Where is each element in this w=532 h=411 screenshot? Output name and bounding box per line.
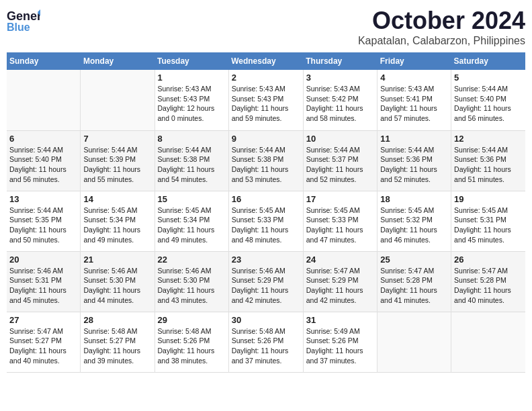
day-number: 28 [83, 315, 151, 325]
svg-text:General: General [7, 9, 40, 23]
day-number: 19 [454, 194, 523, 204]
day-number: 17 [306, 194, 374, 204]
day-number: 4 [380, 73, 448, 83]
calendar-cell [7, 70, 81, 130]
calendar-cell: 23Sunrise: 5:46 AM Sunset: 5:29 PM Dayli… [228, 251, 303, 312]
calendar-cell: 12Sunrise: 5:44 AM Sunset: 5:36 PM Dayli… [451, 130, 525, 191]
day-info: Sunrise: 5:48 AM Sunset: 5:26 PM Dayligh… [232, 326, 300, 366]
day-header-monday: Monday [81, 52, 154, 70]
calendar-cell: 7Sunrise: 5:44 AM Sunset: 5:39 PM Daylig… [81, 130, 154, 191]
day-number: 15 [158, 194, 226, 204]
calendar-cell: 28Sunrise: 5:48 AM Sunset: 5:27 PM Dayli… [81, 312, 154, 372]
logo-icon: General Blue [7, 7, 40, 35]
day-number: 5 [454, 73, 523, 83]
calendar-cell: 6Sunrise: 5:44 AM Sunset: 5:40 PM Daylig… [7, 130, 81, 191]
calendar-cell: 5Sunrise: 5:44 AM Sunset: 5:40 PM Daylig… [451, 70, 525, 130]
days-header-row: SundayMondayTuesdayWednesdayThursdayFrid… [7, 52, 525, 70]
day-number: 3 [306, 73, 374, 83]
day-number: 21 [83, 255, 151, 265]
day-number: 25 [380, 255, 448, 265]
day-info: Sunrise: 5:48 AM Sunset: 5:26 PM Dayligh… [158, 326, 226, 366]
calendar-cell: 31Sunrise: 5:49 AM Sunset: 5:26 PM Dayli… [303, 312, 377, 372]
day-info: Sunrise: 5:44 AM Sunset: 5:39 PM Dayligh… [83, 145, 151, 185]
day-info: Sunrise: 5:47 AM Sunset: 5:28 PM Dayligh… [380, 266, 448, 306]
title-area: October 2024 Kapatalan, Calabarzon, Phil… [358, 7, 525, 47]
header: General Blue October 2024 Kapatalan, Cal… [7, 7, 525, 47]
calendar-cell: 18Sunrise: 5:45 AM Sunset: 5:32 PM Dayli… [378, 191, 451, 251]
calendar-cell: 20Sunrise: 5:46 AM Sunset: 5:31 PM Dayli… [7, 251, 81, 312]
location-title: Kapatalan, Calabarzon, Philippines [358, 35, 525, 47]
day-info: Sunrise: 5:44 AM Sunset: 5:38 PM Dayligh… [158, 145, 226, 185]
day-number: 2 [232, 73, 300, 83]
day-info: Sunrise: 5:49 AM Sunset: 5:26 PM Dayligh… [306, 326, 374, 366]
calendar-cell: 15Sunrise: 5:45 AM Sunset: 5:34 PM Dayli… [154, 191, 228, 251]
day-info: Sunrise: 5:44 AM Sunset: 5:37 PM Dayligh… [306, 145, 374, 185]
day-number: 23 [232, 255, 300, 265]
calendar-cell: 30Sunrise: 5:48 AM Sunset: 5:26 PM Dayli… [228, 312, 303, 372]
week-row-4: 20Sunrise: 5:46 AM Sunset: 5:31 PM Dayli… [7, 251, 525, 312]
calendar-cell [378, 312, 451, 372]
calendar-cell: 10Sunrise: 5:44 AM Sunset: 5:37 PM Dayli… [303, 130, 377, 191]
day-info: Sunrise: 5:45 AM Sunset: 5:34 PM Dayligh… [83, 205, 151, 245]
logo: General Blue [7, 7, 42, 35]
day-header-saturday: Saturday [451, 52, 525, 70]
day-number: 11 [380, 134, 448, 144]
day-number: 7 [83, 134, 151, 144]
calendar-cell: 17Sunrise: 5:45 AM Sunset: 5:33 PM Dayli… [303, 191, 377, 251]
calendar-cell: 19Sunrise: 5:45 AM Sunset: 5:31 PM Dayli… [451, 191, 525, 251]
calendar-cell: 25Sunrise: 5:47 AM Sunset: 5:28 PM Dayli… [378, 251, 451, 312]
day-info: Sunrise: 5:43 AM Sunset: 5:43 PM Dayligh… [232, 84, 300, 124]
week-row-5: 27Sunrise: 5:47 AM Sunset: 5:27 PM Dayli… [7, 312, 525, 372]
day-info: Sunrise: 5:44 AM Sunset: 5:36 PM Dayligh… [380, 145, 448, 185]
day-info: Sunrise: 5:48 AM Sunset: 5:27 PM Dayligh… [83, 326, 151, 366]
calendar-table: SundayMondayTuesdayWednesdayThursdayFrid… [7, 52, 525, 373]
day-info: Sunrise: 5:43 AM Sunset: 5:42 PM Dayligh… [306, 84, 374, 124]
day-info: Sunrise: 5:45 AM Sunset: 5:33 PM Dayligh… [232, 205, 300, 245]
month-title: October 2024 [358, 7, 525, 35]
day-info: Sunrise: 5:44 AM Sunset: 5:35 PM Dayligh… [9, 205, 77, 245]
day-header-thursday: Thursday [303, 52, 377, 70]
day-number: 26 [454, 255, 523, 265]
day-info: Sunrise: 5:46 AM Sunset: 5:31 PM Dayligh… [9, 266, 77, 306]
day-number: 12 [454, 134, 523, 144]
calendar-cell: 27Sunrise: 5:47 AM Sunset: 5:27 PM Dayli… [7, 312, 81, 372]
calendar-cell: 26Sunrise: 5:47 AM Sunset: 5:28 PM Dayli… [451, 251, 525, 312]
calendar-cell: 24Sunrise: 5:47 AM Sunset: 5:29 PM Dayli… [303, 251, 377, 312]
calendar-cell: 21Sunrise: 5:46 AM Sunset: 5:30 PM Dayli… [81, 251, 154, 312]
day-info: Sunrise: 5:47 AM Sunset: 5:27 PM Dayligh… [9, 326, 77, 366]
day-info: Sunrise: 5:44 AM Sunset: 5:38 PM Dayligh… [232, 145, 300, 185]
day-number: 6 [9, 134, 77, 144]
day-number: 18 [380, 194, 448, 204]
day-info: Sunrise: 5:47 AM Sunset: 5:29 PM Dayligh… [306, 266, 374, 306]
day-info: Sunrise: 5:47 AM Sunset: 5:28 PM Dayligh… [454, 266, 523, 306]
calendar-cell: 13Sunrise: 5:44 AM Sunset: 5:35 PM Dayli… [7, 191, 81, 251]
day-number: 20 [9, 255, 77, 265]
day-number: 27 [9, 315, 77, 325]
calendar-cell: 4Sunrise: 5:43 AM Sunset: 5:41 PM Daylig… [378, 70, 451, 130]
day-info: Sunrise: 5:46 AM Sunset: 5:29 PM Dayligh… [232, 266, 300, 306]
day-header-wednesday: Wednesday [228, 52, 303, 70]
svg-text:Blue: Blue [7, 21, 30, 33]
day-header-friday: Friday [378, 52, 451, 70]
day-info: Sunrise: 5:45 AM Sunset: 5:34 PM Dayligh… [158, 205, 226, 245]
day-number: 30 [232, 315, 300, 325]
calendar-cell: 22Sunrise: 5:46 AM Sunset: 5:30 PM Dayli… [154, 251, 228, 312]
calendar-cell: 16Sunrise: 5:45 AM Sunset: 5:33 PM Dayli… [228, 191, 303, 251]
day-info: Sunrise: 5:44 AM Sunset: 5:36 PM Dayligh… [454, 145, 523, 185]
day-info: Sunrise: 5:43 AM Sunset: 5:41 PM Dayligh… [380, 84, 448, 124]
calendar-cell: 9Sunrise: 5:44 AM Sunset: 5:38 PM Daylig… [228, 130, 303, 191]
day-info: Sunrise: 5:45 AM Sunset: 5:31 PM Dayligh… [454, 205, 523, 245]
calendar-cell: 2Sunrise: 5:43 AM Sunset: 5:43 PM Daylig… [228, 70, 303, 130]
day-number: 31 [306, 315, 374, 325]
day-info: Sunrise: 5:46 AM Sunset: 5:30 PM Dayligh… [83, 266, 151, 306]
day-number: 8 [158, 134, 226, 144]
day-number: 22 [158, 255, 226, 265]
calendar-cell [451, 312, 525, 372]
day-number: 13 [9, 194, 77, 204]
calendar-cell: 11Sunrise: 5:44 AM Sunset: 5:36 PM Dayli… [378, 130, 451, 191]
calendar-cell [81, 70, 154, 130]
day-info: Sunrise: 5:45 AM Sunset: 5:33 PM Dayligh… [306, 205, 374, 245]
calendar-cell: 29Sunrise: 5:48 AM Sunset: 5:26 PM Dayli… [154, 312, 228, 372]
day-header-tuesday: Tuesday [154, 52, 228, 70]
day-info: Sunrise: 5:44 AM Sunset: 5:40 PM Dayligh… [454, 84, 523, 124]
